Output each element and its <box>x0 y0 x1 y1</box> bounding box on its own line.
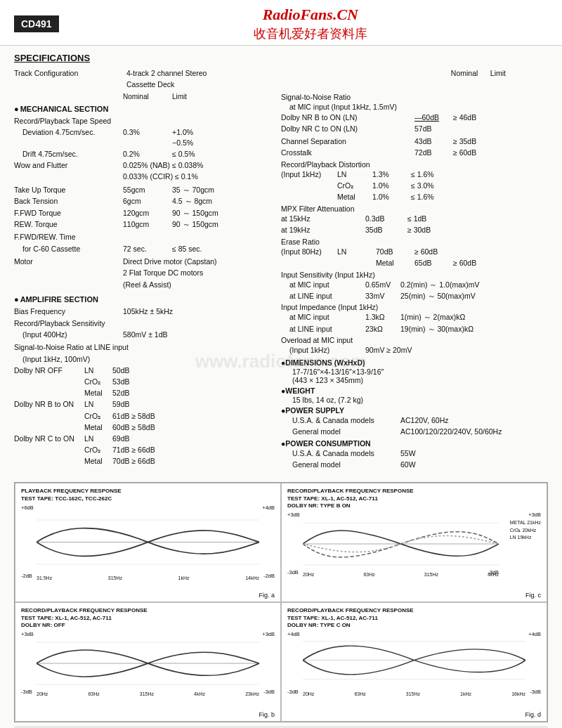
rc-chan-sep-limit: ≥ 35dB <box>453 136 476 147</box>
mech-deviation-limit: +1.0%−0.5% <box>172 127 193 148</box>
rc-dist-ln-limit: ≤ 1.6% <box>411 169 434 180</box>
rc-chan-sep-nominal: 43dB <box>414 136 453 147</box>
graph-c-x3: 315Hz <box>424 572 438 577</box>
rc-mpx-19-label: at 19kHz <box>281 225 365 235</box>
mech-wow-label: Wow and Flutter <box>14 160 123 171</box>
graph-c-leg3: LN 19kHz <box>510 534 541 542</box>
mech-drift-label: Drift 4.75cm/sec. <box>14 149 123 160</box>
graph-b-x3: 315Hz <box>140 691 154 696</box>
mech-header-row: Nominal Limit <box>14 93 267 100</box>
amp-dolby-off-spacer <box>14 377 84 387</box>
mech-ffwd-nominal: 120gcm <box>123 208 172 219</box>
amplifire-section-header: AMPLIFIRE SECTION <box>14 295 267 304</box>
tape-type-value: Cassette Deck <box>126 80 174 89</box>
graph-c-y-bot-left: -3dB <box>287 569 299 576</box>
rc-imp-mic-label: at MIC input <box>281 312 365 323</box>
rc-chan-sep-label: Channel Separation <box>281 136 414 147</box>
amp-dolby-b-label: Dolby NR B to ON <box>14 399 84 410</box>
mech-wow-value2: 0.033% (CCIR) ≤ 0.1% <box>123 171 198 182</box>
graph-d-y-bot-left: -3dB <box>287 689 299 695</box>
graph-a-svg <box>37 505 259 579</box>
rc-sens-mic-nominal: 0.65mV <box>365 280 400 290</box>
amp-dolby-c-label: Dolby NR C to ON <box>14 434 84 444</box>
graph-b-x4: 4kHz <box>194 691 205 696</box>
rc-dolby-b-nominal: —60dB <box>414 112 453 123</box>
rc-ps-usa-value: AC120V, 60Hz <box>400 415 449 426</box>
graph-d-title: RECORD/PLAYBACK FREQUENCY RESPONSETEST T… <box>287 607 541 629</box>
graph-fig-c: RECORD/PLAYBACK FREQUENCY RESPONSETEST T… <box>281 483 547 602</box>
chinese-subtitle: 收音机爱好者资料库 <box>73 25 548 42</box>
mech-wow-value1: 0.025% (NAB) ≤ 0.038% <box>123 160 203 171</box>
amp-snr-row: Signal-to-Noise Ratio at LINE input <box>14 342 267 353</box>
mech-row-fwdrew-time: F.FWD/REW. Time <box>14 232 267 242</box>
amp-dolby-off-ln-value: 50dB <box>112 365 130 376</box>
rc-erase-ln-sub: LN <box>337 247 376 257</box>
mech-motor-spacer <box>14 268 123 278</box>
rc-crosstalk-nominal: 72dB <box>414 148 453 158</box>
rc-mpx-15-row: at 15kHz 0.3dB ≤ 1dB <box>281 214 548 224</box>
mech-row-wow2: 0.033% (CCIR) ≤ 0.1% <box>14 171 267 182</box>
graph-c-x2: 63Hz <box>363 572 374 577</box>
mech-motor-value3: (Reel & Assist) <box>123 280 171 290</box>
amp-dolby-c-metal-row: Metal 70dB ≥ 66dB <box>14 456 267 467</box>
mech-row-deviation: Deviation 4.75cm/sec. 0.3% +1.0%−0.5% <box>14 127 267 148</box>
rc-mpx-15-label: at 15kHz <box>281 214 365 224</box>
amp-dolby-off-ln-row: Dolby NR OFF LN 50dB <box>14 365 267 376</box>
graph-b-y-bot-left: -3dB <box>21 689 32 695</box>
mechanical-section-header: MECHANICAL SECTION <box>14 105 267 113</box>
rc-overload-row: (Input 1kHz) 90mV ≥ 20mV <box>281 345 548 356</box>
rc-imp-line-label: at LINE input <box>281 324 365 334</box>
rc-mpx-19-nominal: 35dB <box>365 225 407 235</box>
mech-row-tape-speed: Record/Playback Tape Speed <box>14 116 267 126</box>
rc-crosstalk-limit: ≥ 60dB <box>453 148 476 158</box>
amp-dolby-c-metal-sub: Metal <box>84 456 112 467</box>
rc-erase-ln-row: (Input 80Hz) LN 70dB ≥ 60dB <box>281 247 548 257</box>
amp-dolby-c-metal-value: 70dB ≥ 66dB <box>112 456 155 467</box>
rc-sens-line-nominal: 33mV <box>365 291 400 301</box>
amp-dolby-b-spacer <box>14 411 84 422</box>
graph-b-x1: 20Hz <box>37 691 48 696</box>
overload-header: Overload at MIC input <box>281 336 548 344</box>
rc-dolby-c-row: Dolby NR C to ON (LN) 57dB <box>281 124 548 134</box>
mech-takeup-nominal: 55gcm <box>123 185 172 195</box>
rc-dist-metal-limit: ≤ 1.6% <box>411 192 434 202</box>
graph-c-y-top-left: +3dB <box>287 512 300 518</box>
dimensions-value: 17-7/16″×4-13/16″×13-9/16″ <box>281 368 548 376</box>
amp-snr-input-row: (Input 1kHz, 100mV) <box>14 354 267 365</box>
mech-ffwd-limit: 90 ～ 150gcm <box>172 208 218 219</box>
mech-wow-spacer <box>14 171 123 182</box>
mech-c60-nominal: 72 sec. <box>123 244 172 254</box>
rc-pc-gen-row: General model 60W <box>281 460 548 470</box>
graph-a-area: +6dB +4dB -2dB -2dB 31.5Hz <box>21 505 275 579</box>
mech-row-motor2: 2 Flat Torque DC motors <box>14 268 267 278</box>
radiofans-title: RadioFans.CN <box>73 6 548 24</box>
mech-motor-label: Motor <box>14 256 123 267</box>
rc-imp-line-nominal: 23kΩ <box>365 324 400 334</box>
col-left: Nominal Limit MECHANICAL SECTION Record/… <box>14 93 267 471</box>
mech-row-rew: REW. Torque 110gcm 90 ～ 150gcm <box>14 219 267 230</box>
nominal-col-header: Nominal <box>123 93 172 100</box>
rc-dist-ln-nominal: 1.3% <box>372 169 411 180</box>
graph-d-svg <box>303 632 525 689</box>
rc-overload-value: 90mV ≥ 20mV <box>365 345 412 356</box>
mech-rew-limit: 90 ～ 150gcm <box>172 219 218 230</box>
graph-b-y-top-left: +3dB <box>21 632 34 637</box>
mech-back-limit: 4.5 ～ 8gcm <box>172 196 212 207</box>
mech-c60-limit: ≤ 85 sec. <box>172 244 202 254</box>
graph-a-y-bot-left: -2dB <box>21 573 32 579</box>
graph-d-x3: 315Hz <box>406 691 420 696</box>
amp-dolby-b-metal-value: 60dB ≥ 58dB <box>112 422 155 433</box>
track-config-value: 4-track 2 channel Stereo <box>126 69 207 77</box>
rc-dist-input-label: (Input 1kHz) <box>281 169 337 180</box>
amp-dolby-off-ln-sub: LN <box>84 365 112 376</box>
rc-ps-usa-row: U.S.A. & Canada models AC120V, 60Hz <box>281 415 548 426</box>
amp-dolby-off-cro-sub: CrO₂ <box>84 377 112 387</box>
rc-sens-mic-row: at MIC input 0.65mV 0.2(min) ～ 1.0(max)m… <box>281 280 548 290</box>
amp-dolby-c-cro-row: CrO₂ 71dB ≥ 66dB <box>14 445 267 455</box>
dimensions-mm: (443 × 123 × 345mm) <box>281 376 548 384</box>
rc-erase-metal-row: Metal 65dB ≥ 60dB <box>281 258 548 268</box>
rc-ps-usa-label: U.S.A. & Canada models <box>281 415 400 426</box>
rc-dolby-c-label: Dolby NR C to ON (LN) <box>281 124 414 134</box>
rc-ps-gen-label: General model <box>281 427 400 437</box>
mech-takeup-limit: 35 ～ 70gcm <box>172 185 214 195</box>
